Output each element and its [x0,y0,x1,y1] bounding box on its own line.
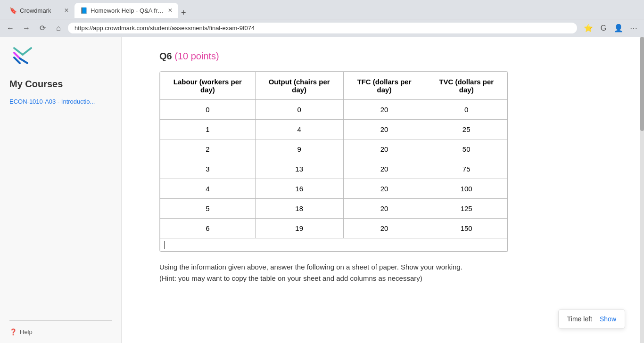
cell-row3-col3: 75 [425,159,508,179]
data-table-wrapper: Labour (workers per day) Output (chairs … [159,71,508,252]
cell-row0-col3: 0 [425,100,508,120]
table-row: 00200 [160,100,508,120]
cell-row2-col3: 50 [425,139,508,159]
cell-row1-col3: 25 [425,120,508,139]
course-link[interactable]: ECON-1010-A03 - Introductio... [0,95,121,108]
new-tab-button[interactable]: + [178,8,189,18]
col-header-tfc: TFC (dollars per day) [343,72,425,100]
help-icon: ❓ [9,328,17,335]
cell-row3-col1: 13 [255,159,343,179]
table-header-row: Labour (workers per day) Output (chairs … [160,72,508,100]
data-table: Labour (workers per day) Output (chairs … [160,72,508,252]
time-left-show-button[interactable]: Show [600,315,616,323]
cell-row6-col2: 20 [343,219,425,238]
svg-line-1 [23,48,31,55]
scrollbar-thumb[interactable] [640,37,644,131]
cell-row4-col3: 100 [425,179,508,199]
cell-row1-col2: 20 [343,120,425,139]
address-bar[interactable] [68,23,577,33]
instructions-line2: (Hint: you may want to copy the table on… [159,273,508,284]
browser-chrome: 🔖 Crowdmark ✕ 📘 Homework Help - Q&A from… [0,0,644,19]
cell-row0-col0: 0 [160,100,256,120]
grammarly-icon[interactable]: G [597,22,610,35]
address-row: ← → ⟳ ⌂ ⭐ G 👤 ⋯ [0,19,644,37]
cell-row6-col1: 19 [255,219,343,238]
question-number: Q6 [159,51,172,61]
answer-instructions: Using the information given above, answe… [159,261,508,284]
cell-row5-col1: 18 [255,199,343,219]
tab-homework[interactable]: 📘 Homework Help - Q&A from On... ✕ [74,3,178,18]
instructions-line1: Using the information given above, answe… [159,261,508,273]
table-row: 41620100 [160,179,508,199]
table-row: 51820125 [160,199,508,219]
table-row: 61920150 [160,219,508,238]
main-content: Q6 (10 points) Labour (workers per day) … [122,37,644,343]
question-header: Q6 (10 points) [159,51,508,62]
cell-row4-col2: 20 [343,179,425,199]
scrollbar-track[interactable] [640,37,644,343]
cell-row0-col2: 20 [343,100,425,120]
time-left-label: Time left [567,315,592,323]
table-input-cell [160,238,508,252]
back-button[interactable]: ← [4,22,17,35]
table-row: 3132075 [160,159,508,179]
question-points: (10 points) [174,51,219,61]
tab-title-crowdmark: Crowdmark [20,7,51,14]
help-link[interactable]: ❓ Help [0,321,121,335]
tab-crowdmark[interactable]: 🔖 Crowdmark ✕ [4,3,74,18]
cell-row2-col2: 20 [343,139,425,159]
content-area: Q6 (10 points) Labour (workers per day) … [122,37,546,298]
toolbar-icons: ⭐ G 👤 ⋯ [582,22,640,35]
col-header-labour: Labour (workers per day) [160,72,256,100]
table-row: 142025 [160,120,508,139]
cell-row4-col0: 4 [160,179,256,199]
tabs-bar: 🔖 Crowdmark ✕ 📘 Homework Help - Q&A from… [4,1,189,18]
cell-row3-col2: 20 [343,159,425,179]
sidebar: My Courses ECON-1010-A03 - Introductio..… [0,37,122,343]
col-header-output: Output (chairs per day) [255,72,343,100]
tab-close-homework[interactable]: ✕ [168,7,173,14]
app-body: My Courses ECON-1010-A03 - Introductio..… [0,37,644,343]
tab-favicon-homework: 📘 [80,7,88,14]
cell-row2-col0: 2 [160,139,256,159]
time-left-box: Time left Show [558,309,625,329]
cell-row1-col1: 4 [255,120,343,139]
extensions-icon[interactable]: ⭐ [582,22,595,35]
cell-row4-col1: 16 [255,179,343,199]
sidebar-logo [0,44,121,79]
reload-button[interactable]: ⟳ [36,22,49,35]
svg-line-4 [20,58,27,63]
tab-title-homework: Homework Help - Q&A from On... [91,7,165,14]
cell-row5-col0: 5 [160,199,256,219]
cell-row5-col2: 20 [343,199,425,219]
cell-row6-col0: 6 [160,219,256,238]
crowdmark-logo [9,44,38,68]
forward-button[interactable]: → [20,22,33,35]
home-button[interactable]: ⌂ [52,22,65,35]
cell-row6-col3: 150 [425,219,508,238]
tab-favicon-crowdmark: 🔖 [9,7,17,14]
cell-row2-col1: 9 [255,139,343,159]
cell-row5-col3: 125 [425,199,508,219]
cell-row1-col0: 1 [160,120,256,139]
tab-close-crowdmark[interactable]: ✕ [64,7,69,14]
table-row: 292050 [160,139,508,159]
cell-row3-col0: 3 [160,159,256,179]
my-courses-title: My Courses [0,79,121,95]
cell-row0-col1: 0 [255,100,343,120]
table-input-row[interactable] [160,238,508,252]
col-header-tvc: TVC (dollars per day) [425,72,508,100]
profile-icon[interactable]: 👤 [612,22,625,35]
menu-icon[interactable]: ⋯ [627,22,640,35]
